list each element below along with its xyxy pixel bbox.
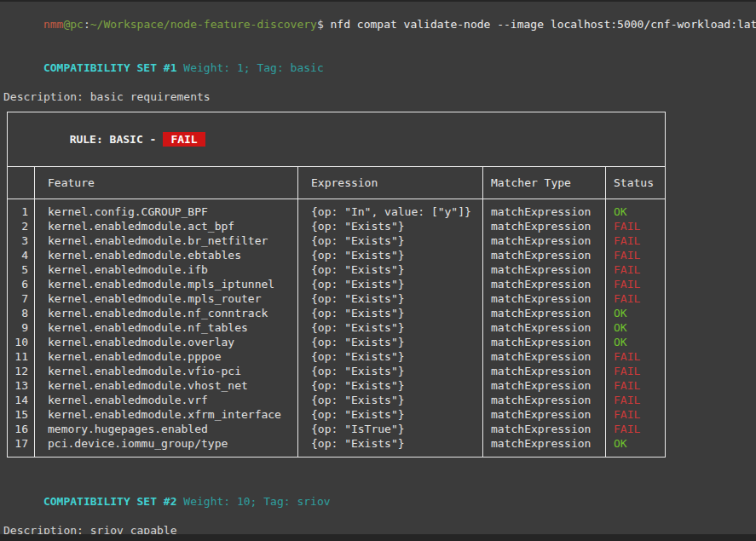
matcher-cell: matchExpression [483,291,606,306]
column-header-status: Status [606,167,665,199]
prompt-user: nmm [43,18,63,31]
set1-heading: COMPATIBILITY SET #1 Weight: 1; Tag: bas… [3,46,756,89]
row-number-cell: 10 [8,335,35,349]
expression-cell: {op: "Exists"} [298,277,483,291]
feature-cell: kernel.enabledmodule.br_netfilter [35,233,298,248]
feature-cell: kernel.enabledmodule.nf_tables [35,320,298,335]
feature-cell: memory.hugepages.enabled [35,422,298,436]
feature-cell: kernel.enabledmodule.ebtables [35,248,298,262]
set1-rule-row: RULE: BASIC -FAIL [8,112,665,167]
expression-cell: {op: "Exists"} [298,335,483,349]
prompt-path: ~/Workspace/node-feature-discovery [90,18,317,31]
matcher-cell: matchExpression [483,277,606,291]
feature-cell: kernel.enabledmodule.mpls_iptunnel [35,277,298,291]
matcher-cell: matchExpression [483,320,606,335]
matcher-cell: matchExpression [483,306,606,320]
prompt-colon: : [84,18,90,31]
set2-heading: COMPATIBILITY SET #2 Weight: 10; Tag: sr… [3,480,756,523]
expression-cell: {op: "IsTrue"} [298,422,483,436]
set1-meta: Weight: 1; Tag: basic [177,61,324,74]
row-number-cell: 8 [8,306,35,320]
status-cell: FAIL [606,378,665,393]
expression-cell: {op: "Exists"} [298,378,483,393]
terminal-output: nmm@pc:~/Workspace/node-feature-discover… [0,2,756,541]
set2-meta: Weight: 10; Tag: sriov [177,495,331,508]
terminal-bottom-edge [0,534,756,541]
status-cell: FAIL [606,393,665,407]
set1-rule-table: RULE: BASIC -FAIL Feature Expression Mat… [7,112,666,458]
row-number-cell: 3 [8,233,35,248]
expression-cell: {op: "Exists"} [298,393,483,407]
status-cell: FAIL [606,233,665,248]
matcher-cell: matchExpression [483,393,606,407]
set1-table-header: Feature Expression Matcher Type Status [8,167,665,199]
prompt-dollar: $ [317,18,331,31]
expression-cell: {op: "Exists"} [298,320,483,335]
row-number-cell: 6 [8,277,35,291]
feature-cell: kernel.enabledmodule.ifb [35,262,298,277]
row-number-cell: 14 [8,393,35,407]
row-number-cell: 5 [8,262,35,277]
row-number-cell: 13 [8,378,35,393]
shell-prompt-line: nmm@pc:~/Workspace/node-feature-discover… [3,3,756,46]
matcher-cell: matchExpression [483,436,606,457]
status-cell: FAIL [606,262,665,277]
row-number-cell: 1 [8,199,35,219]
status-cell: OK [606,320,665,335]
matcher-cell: matchExpression [483,407,606,422]
expression-cell: {op: "Exists"} [298,219,483,233]
feature-cell: kernel.enabledmodule.nf_conntrack [35,306,298,320]
status-cell: FAIL [606,219,665,233]
prompt-host: @pc [63,18,83,31]
expression-cell: {op: "Exists"} [298,248,483,262]
expression-cell: {op: "Exists"} [298,306,483,320]
matcher-cell: matchExpression [483,378,606,393]
status-cell: OK [606,436,665,457]
feature-cell: kernel.enabledmodule.mpls_router [35,291,298,306]
status-cell: FAIL [606,248,665,262]
status-cell: FAIL [606,277,665,291]
feature-cell: kernel.enabledmodule.vhost_net [35,378,298,393]
status-cell: FAIL [606,422,665,436]
status-cell: OK [606,335,665,349]
column-header-feature: Feature [35,167,298,199]
expression-cell: {op: "Exists"} [298,407,483,422]
feature-cell: kernel.enabledmodule.vfio-pci [35,364,298,378]
status-cell: FAIL [606,349,665,364]
matcher-cell: matchExpression [483,349,606,364]
matcher-cell: matchExpression [483,262,606,277]
expression-cell: {op: "Exists"} [298,291,483,306]
feature-cell: kernel.enabledmodule.vrf [35,393,298,407]
set1-rule-status-badge: FAIL [163,132,205,147]
expression-cell: {op: "Exists"} [298,233,483,248]
row-number-cell: 4 [8,248,35,262]
row-number-cell: 15 [8,407,35,422]
expression-cell: {op: "In", value: ["y"]} [298,199,483,219]
entered-command: nfd compat validate-node --image localho… [331,18,756,31]
column-header-matcher: Matcher Type [483,167,606,199]
feature-cell: pci.device.iommu_group/type [35,436,298,457]
set2-title: COMPATIBILITY SET #2 [43,495,177,508]
status-cell: OK [606,199,665,219]
row-number-cell: 11 [8,349,35,364]
feature-cell: kernel.config.CGROUP_BPF [35,199,298,219]
status-cell: OK [606,306,665,320]
column-header-num [8,167,35,199]
row-number-cell: 7 [8,291,35,306]
set1-title: COMPATIBILITY SET #1 [43,61,177,74]
matcher-cell: matchExpression [483,335,606,349]
terminal-window[interactable]: nmm@pc:~/Workspace/node-feature-discover… [0,0,756,541]
feature-cell: kernel.enabledmodule.act_bpf [35,219,298,233]
expression-cell: {op: "Exists"} [298,349,483,364]
matcher-cell: matchExpression [483,199,606,219]
matcher-cell: matchExpression [483,422,606,436]
set1-table-body: 1 kernel.config.CGROUP_BPF {op: "In", va… [8,199,665,457]
feature-cell: kernel.enabledmodule.xfrm_interface [35,407,298,422]
row-number-cell: 12 [8,364,35,378]
row-number-cell: 9 [8,320,35,335]
matcher-cell: matchExpression [483,233,606,248]
expression-cell: {op: "Exists"} [298,262,483,277]
set1-rule-label: RULE: BASIC - [70,133,157,146]
matcher-cell: matchExpression [483,248,606,262]
feature-cell: kernel.enabledmodule.overlay [35,335,298,349]
